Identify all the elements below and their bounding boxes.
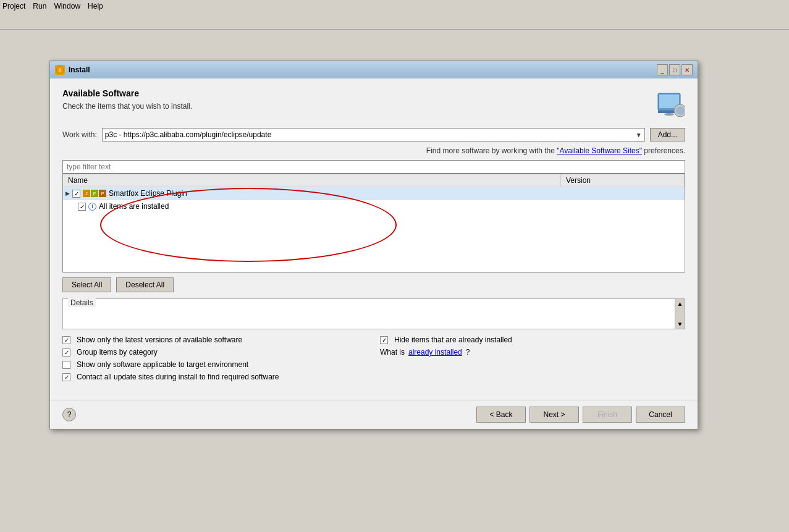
already-installed-link[interactable]: already installed [408,348,462,357]
work-with-label: Work with: [62,130,97,139]
section-title: Available Software [62,88,192,98]
option6-suffix: ? [466,348,470,357]
details-section: Details ▲ ▼ [62,298,685,329]
title-bar-left: ! Install [55,65,90,75]
list-item-child[interactable]: i All items are installed [63,200,685,213]
option1-label: Show only the latest versions of availab… [77,336,242,344]
work-with-combo[interactable]: p3c - https://p3c.alibaba.com/plugin/ecl… [102,128,645,141]
option5-checkbox[interactable] [380,336,388,344]
title-bar-buttons: _ □ ✕ [657,64,693,75]
help-button[interactable]: ? [62,408,76,421]
header-icon [656,88,685,118]
svg-point-7 [676,106,685,115]
sites-text: Find more software by working with the [426,146,557,155]
expand-arrow-icon: ▶ [65,190,70,196]
next-button[interactable]: Next > [530,407,579,423]
header-text: Available Software Check the items that … [62,88,192,119]
option1-checkbox[interactable] [62,336,70,344]
ide-menubar: Project Run Window Help [0,0,789,12]
filter-input[interactable] [62,160,685,174]
list-item-parent[interactable]: ▶ J E P Smartfox Eclipse Plugin [63,187,685,200]
options-area: Show only the latest versions of availab… [62,336,685,381]
cancel-button[interactable]: Cancel [636,407,685,423]
options-left: Show only the latest versions of availab… [62,336,368,381]
menu-window[interactable]: Window [54,2,80,11]
plugin-icon3: P [99,190,106,197]
option4-checkbox[interactable] [62,373,70,381]
add-button[interactable]: Add... [650,128,685,141]
option4-label: Contact all update sites during install … [77,373,279,381]
work-with-value: p3c - https://p3c.alibaba.com/plugin/ecl… [105,130,272,139]
name-column-header: Name [63,174,561,187]
option-latest-versions: Show only the latest versions of availab… [62,336,368,344]
option2-checkbox[interactable] [62,348,70,357]
work-with-row: Work with: p3c - https://p3c.alibaba.com… [62,128,685,141]
install-dialog: ! Install _ □ ✕ Available Software Check… [49,61,698,429]
title-bar: ! Install _ □ ✕ [50,61,698,78]
section-subtitle: Check the items that you wish to install… [62,102,192,111]
options-right: Hide items that are already installed Wh… [380,336,685,381]
option6-text: What is [380,348,405,357]
minimize-button[interactable]: _ [657,64,668,75]
option2-label: Group items by category [77,348,158,357]
parent-item-name: Smartfox Eclipse Plugin [109,189,187,198]
info-icon: i [88,203,96,211]
dialog-body: Available Software Check the items that … [50,78,698,400]
menu-project[interactable]: Project [2,2,25,11]
parent-checkbox[interactable] [72,190,80,198]
dialog-icon: ! [55,65,65,75]
combo-arrow-icon: ▼ [636,132,642,138]
dialog-title: Install [69,65,90,74]
close-button[interactable]: ✕ [681,64,693,75]
option3-checkbox[interactable] [62,361,70,369]
option-contact-sites: Contact all update sites during install … [62,373,368,381]
back-button[interactable]: < Back [476,407,526,423]
version-column-header: Version [561,174,685,187]
install-dialog-container: ! Install _ □ ✕ Available Software Check… [49,61,698,518]
menu-help[interactable]: Help [88,2,103,11]
select-all-button[interactable]: Select All [62,277,111,292]
finish-button[interactable]: Finish [583,407,632,423]
child-item-name: All items are installed [99,202,169,211]
parent-item-icons: J E P [83,190,106,197]
sites-row: Find more software by working with the "… [62,146,685,155]
select-buttons-row: Select All Deselect All [62,277,685,292]
bottom-buttons: ? < Back Next > Finish Cancel [50,400,698,429]
plugin-icon: J [83,190,90,197]
details-label: Details [68,298,96,307]
child-checkbox[interactable] [78,203,86,211]
dialog-header: Available Software Check the items that … [62,88,685,119]
ide-background: Project Run Window Help [0,0,789,61]
option-hide-installed: Hide items that are already installed [380,336,685,344]
option-already-installed: What is already installed ? [380,348,685,357]
deselect-all-button[interactable]: Deselect All [116,277,174,292]
list-header: Name Version [63,174,685,187]
option3-label: Show only software applicable to target … [77,360,248,369]
plugin-icon2: E [91,190,98,197]
ide-toolbar [0,12,789,30]
option-group-category: Group items by category [62,348,368,357]
svg-text:!: ! [59,67,61,74]
maximize-button[interactable]: □ [669,64,680,75]
software-list[interactable]: Name Version ▶ J E P [62,174,685,272]
option5-label: Hide items that are already installed [394,336,512,344]
menu-run[interactable]: Run [33,2,46,11]
available-software-sites-link[interactable]: "Available Software Sites" [557,146,642,155]
sites-suffix: preferences. [644,146,685,155]
svg-point-5 [664,113,674,116]
option-target-env: Show only software applicable to target … [62,360,368,369]
details-scrollbar[interactable]: ▲ ▼ [675,299,685,329]
